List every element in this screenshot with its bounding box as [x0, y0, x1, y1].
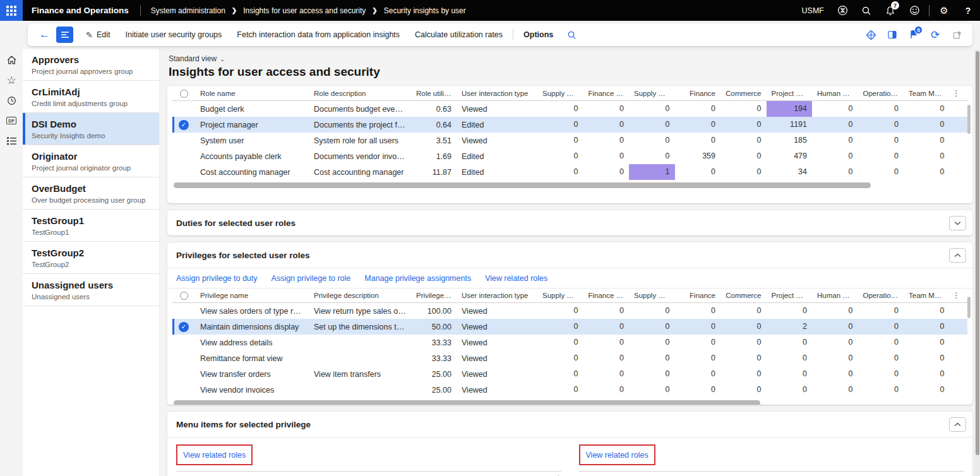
- column-header[interactable]: Role utilization...: [411, 90, 457, 97]
- favorites-star-icon[interactable]: ☆: [0, 70, 23, 90]
- column-header[interactable]: Operations - A...: [858, 292, 904, 299]
- breadcrumb-item-3[interactable]: Security insights by user: [384, 6, 466, 15]
- sidebar-item-testgroup2[interactable]: TestGroup2TestGroup2: [23, 242, 159, 274]
- value-cell: 0: [583, 350, 630, 366]
- sidebar-item-approvers[interactable]: ApproversProject journal approvers group: [23, 49, 159, 81]
- column-header[interactable]: Finance Premi...: [583, 292, 630, 299]
- back-arrow-icon[interactable]: ←: [34, 28, 55, 41]
- value-cell: 0: [858, 148, 904, 164]
- sidebar-item-crlimitadj[interactable]: CrLimitAdjCredit limit adjustments group: [23, 81, 159, 113]
- edit-button[interactable]: ✎ Edit: [78, 23, 117, 46]
- horizontal-scrollbar[interactable]: [174, 400, 966, 405]
- bell-icon[interactable]: 7: [878, 0, 902, 21]
- column-header[interactable]: Supply Chain ...: [629, 292, 675, 299]
- assign-privilege-to-role-link[interactable]: Assign privilege to role: [272, 274, 351, 283]
- row-select-cell[interactable]: ✓: [172, 120, 195, 130]
- settings-gear-icon[interactable]: ⚙: [932, 0, 956, 21]
- table-row[interactable]: Remittance format view33.33Viewed0000000…: [172, 350, 967, 366]
- manage-privilege-assignments-link[interactable]: Manage privilege assignments: [364, 274, 471, 283]
- search-icon[interactable]: [561, 30, 583, 40]
- table-row[interactable]: ✓Project managerDocuments the project fo…: [172, 117, 967, 133]
- sidebar-item-unassigned-users[interactable]: Unassigned usersUnassigned users: [23, 274, 159, 306]
- select-all-radio[interactable]: [172, 89, 195, 97]
- app-launcher-icon[interactable]: [0, 0, 23, 21]
- modules-list-icon[interactable]: [0, 131, 23, 151]
- assign-privilege-to-duty-link[interactable]: Assign privilege to duty: [176, 274, 258, 283]
- column-header[interactable]: Commerce: [720, 90, 767, 97]
- column-header[interactable]: Commerce: [720, 292, 767, 299]
- column-header[interactable]: Team Members: [904, 292, 950, 299]
- message-flag-icon[interactable]: 0: [904, 25, 923, 44]
- expand-section-button[interactable]: [949, 216, 966, 230]
- sidebar-item-originator[interactable]: OriginatorProject journal originator gro…: [23, 145, 159, 177]
- workspace-df-icon[interactable]: DF: [0, 110, 23, 131]
- breadcrumb-item-1[interactable]: System administration: [151, 6, 225, 15]
- page-scrollbar[interactable]: [974, 49, 980, 476]
- open-in-new-window-icon[interactable]: [947, 25, 966, 44]
- collapse-section-button[interactable]: [949, 417, 966, 432]
- column-header[interactable]: Role description: [309, 90, 411, 97]
- horizontal-scrollbar[interactable]: [174, 182, 966, 188]
- environment-icon[interactable]: [830, 0, 854, 21]
- table-row[interactable]: ✓Maintain dimensions displaySet up the d…: [172, 319, 967, 335]
- column-header[interactable]: Supply Chain ...: [629, 90, 675, 97]
- search-icon[interactable]: [854, 0, 878, 21]
- column-header[interactable]: User interaction type: [457, 90, 537, 97]
- company-picker[interactable]: USMF: [796, 6, 830, 15]
- column-header[interactable]: User interaction type: [457, 292, 537, 299]
- sidebar-item-dsi-demo[interactable]: DSI DemoSecurity Insights demo: [23, 113, 159, 145]
- sidebar-item-testgroup1[interactable]: TestGroup1TestGroup1: [23, 210, 159, 242]
- row-select-cell[interactable]: ✓: [172, 322, 195, 332]
- column-header[interactable]: Operations - A...: [858, 90, 904, 97]
- home-icon[interactable]: [0, 50, 23, 70]
- value-cell: 0: [629, 319, 675, 335]
- more-columns-icon[interactable]: ⋮: [950, 89, 964, 98]
- table-row[interactable]: System userSystem role for all users3.51…: [172, 133, 967, 148]
- column-header[interactable]: Supply Chain ...: [537, 292, 583, 299]
- table-row[interactable]: View vendor invoices25.00Viewed000000000: [172, 382, 967, 398]
- collapse-section-button[interactable]: [949, 248, 966, 263]
- column-header[interactable]: Human Resour...: [812, 292, 858, 299]
- column-header[interactable]: Role name: [195, 90, 309, 97]
- sidebar-item-overbudget[interactable]: OverBudgetOver budget processing user gr…: [23, 177, 159, 210]
- view-related-roles-link[interactable]: View related roles: [485, 274, 547, 283]
- column-header[interactable]: Project Operat...: [767, 90, 813, 97]
- value-cell: 0: [720, 303, 767, 319]
- initiate-user-security-groups-button[interactable]: Initiate user security groups: [117, 23, 229, 46]
- calculate-utilization-rates-button[interactable]: Calculate utilization rates: [407, 23, 510, 46]
- vertical-scrollbar[interactable]: [967, 105, 971, 134]
- vertical-scrollbar[interactable]: [967, 297, 971, 318]
- column-header[interactable]: Supply Chain ...: [537, 90, 583, 97]
- column-header[interactable]: Privilege description: [309, 292, 411, 299]
- table-row[interactable]: View sales orders of type return ...View…: [172, 303, 967, 319]
- open-panel-icon[interactable]: [883, 25, 902, 44]
- feedback-smiley-icon[interactable]: [902, 0, 926, 21]
- recent-clock-icon[interactable]: [0, 90, 23, 110]
- list-menu-button[interactable]: [56, 27, 73, 43]
- app-title[interactable]: Finance and Operations: [23, 6, 140, 15]
- table-row[interactable]: View transfer ordersView item transfers2…: [172, 366, 967, 382]
- column-header[interactable]: Privilege name: [195, 292, 309, 299]
- table-row[interactable]: Budget clerkDocuments budget events and …: [172, 101, 967, 117]
- table-row[interactable]: View address details33.33Viewed000000000: [172, 335, 967, 350]
- view-related-roles-link[interactable]: View related roles: [183, 451, 246, 460]
- view-selector[interactable]: Standard view ⌄: [169, 54, 972, 63]
- column-header[interactable]: Human Resour...: [812, 90, 858, 97]
- personalize-icon[interactable]: [861, 25, 880, 44]
- fetch-interaction-data-button[interactable]: Fetch interaction data from application …: [229, 23, 407, 46]
- view-related-roles-link[interactable]: View related roles: [586, 451, 648, 460]
- options-menu[interactable]: Options: [516, 23, 561, 46]
- select-all-radio[interactable]: [172, 291, 195, 299]
- breadcrumb-item-2[interactable]: Insights for user access and security: [243, 6, 366, 15]
- table-row[interactable]: Cost accounting managerCost accounting m…: [172, 164, 967, 180]
- table-row[interactable]: Accounts payable clerkDocuments vendor i…: [172, 148, 967, 164]
- refresh-icon[interactable]: ⟳: [926, 25, 945, 44]
- column-header[interactable]: Team Members: [904, 90, 950, 97]
- column-header[interactable]: Project Operat...: [767, 292, 813, 299]
- column-header[interactable]: Finance: [675, 292, 721, 299]
- column-header[interactable]: Finance: [675, 90, 721, 97]
- help-icon[interactable]: ?: [956, 0, 980, 21]
- column-header[interactable]: Privilege u...↓: [411, 292, 457, 299]
- column-header[interactable]: Finance Premi...: [583, 90, 630, 97]
- more-columns-icon[interactable]: ⋮: [950, 291, 964, 300]
